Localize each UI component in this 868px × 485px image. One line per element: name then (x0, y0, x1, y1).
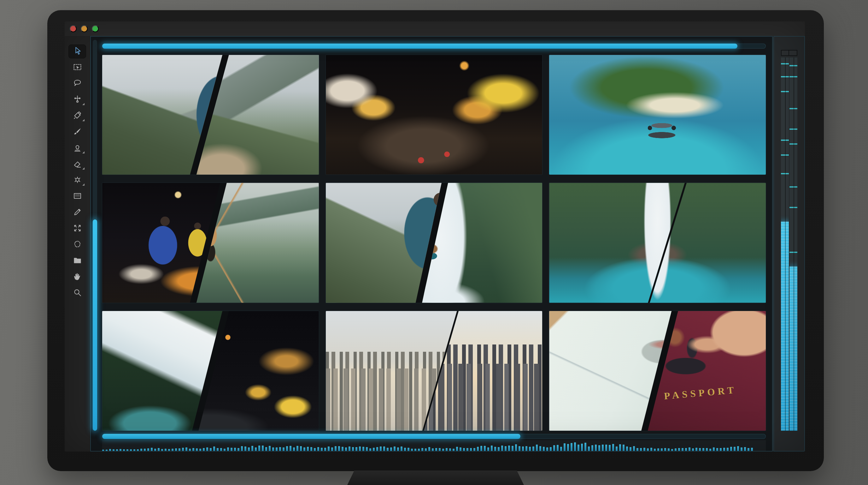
track-select-icon (72, 62, 82, 73)
waveform-bar (418, 449, 420, 451)
waveform-bar (369, 448, 371, 451)
tool-selection[interactable] (68, 45, 86, 58)
bottom-progress-fill (102, 434, 520, 439)
waveform-bar (699, 448, 701, 451)
tool-folder[interactable] (68, 254, 86, 268)
waveform-bar (723, 448, 725, 451)
meter-channel-2 (789, 57, 797, 431)
waveform-bar (126, 449, 128, 451)
brush-icon (72, 126, 82, 137)
tool-hand[interactable] (68, 270, 86, 284)
waveform-bar (480, 446, 482, 451)
waveform-bar (605, 445, 607, 451)
tool-free-transform[interactable] (68, 222, 86, 235)
waveform-bar (477, 447, 479, 451)
waveform-bar (355, 447, 358, 451)
waveform-bar (251, 446, 253, 451)
zoom-icon (72, 288, 82, 298)
waveform-bar (487, 448, 489, 451)
meter-tick (781, 76, 789, 77)
tool-roto-brush[interactable] (68, 173, 86, 187)
waveform-bar (650, 448, 652, 451)
clip-cell-r1c3[interactable] (549, 55, 766, 175)
waveform-bar (217, 448, 219, 451)
tool-pencil[interactable] (68, 205, 86, 220)
monitor-stand (347, 470, 524, 485)
waveform-bar (230, 448, 232, 451)
waveform-bar (602, 445, 604, 451)
waveform-bar (564, 443, 565, 451)
waveform-bar (595, 445, 597, 451)
monitor: PASSPORT (47, 10, 824, 471)
canvas-scrollbar[interactable] (93, 40, 97, 431)
waveform-bar (557, 445, 559, 451)
waveform-bar (407, 448, 409, 451)
clip-cell-r2c1[interactable] (102, 183, 319, 303)
waveform-bar (203, 448, 205, 451)
meter-tick (781, 63, 789, 64)
clip-cell-r1c1[interactable] (102, 55, 319, 175)
meter-tick (789, 108, 797, 109)
tool-clone-stamp[interactable] (68, 141, 86, 155)
waveform-bar (716, 448, 718, 451)
waveform-bar (297, 446, 299, 451)
waveform-bar (179, 448, 180, 451)
waveform-bar (387, 448, 389, 451)
waveform-bar (199, 449, 201, 451)
waveform-bar (397, 448, 399, 451)
waveform-bar (328, 447, 330, 451)
tool-warp[interactable] (68, 238, 86, 252)
tool-brush[interactable] (68, 125, 86, 139)
waveform-bar (175, 448, 177, 451)
waveform-bar (185, 448, 187, 451)
waveform-bar (616, 447, 618, 451)
free-transform-icon (72, 223, 82, 234)
waveform-bar (168, 449, 170, 451)
clip-cell-r3c1[interactable] (102, 311, 319, 431)
clip-cell-r3c3[interactable]: PASSPORT (549, 311, 766, 431)
clip-cell-r2c3[interactable] (549, 183, 766, 303)
tool-pen[interactable] (68, 109, 86, 123)
audio-waveform-strip[interactable] (102, 440, 766, 451)
waveform-bar (359, 447, 361, 451)
waveform-bar (532, 447, 534, 451)
hand-icon (72, 272, 82, 282)
app-window: PASSPORT (65, 22, 805, 452)
waveform-bar (335, 446, 337, 451)
tool-eraser[interactable] (68, 157, 86, 171)
eraser-icon (72, 159, 82, 170)
bottom-progress-bar[interactable] (102, 434, 766, 439)
waveform-bar (390, 448, 392, 451)
close-button[interactable] (70, 25, 76, 32)
tool-zoom[interactable] (68, 286, 86, 300)
waveform-bar (720, 448, 722, 451)
clip-cell-r1c2[interactable] (326, 55, 542, 175)
waveform-bar (269, 446, 271, 451)
waveform-bar (567, 444, 569, 451)
warp-icon (72, 239, 82, 250)
tool-track-select[interactable] (68, 61, 86, 75)
zoom-window-button[interactable] (92, 25, 99, 32)
waveform-bar (286, 446, 288, 451)
tool-puppet[interactable] (68, 93, 86, 107)
waveform-bar (536, 445, 538, 451)
waveform-bar (668, 448, 670, 451)
pen-icon (72, 111, 82, 121)
top-progress-bar[interactable] (102, 44, 766, 49)
waveform-bar (425, 448, 427, 451)
waveform-bar (113, 449, 115, 451)
waveform-bar (196, 448, 198, 451)
tool-comment[interactable] (68, 77, 86, 91)
waveform-bar (224, 449, 225, 451)
clip-cell-r2c2[interactable] (326, 183, 542, 303)
meter-headers (781, 50, 797, 56)
waveform-bar (241, 446, 243, 451)
waveform-bar (432, 448, 434, 451)
minimize-button[interactable] (81, 25, 88, 32)
waveform-bar (703, 448, 704, 451)
tool-rectangle[interactable] (68, 190, 86, 203)
clip-cell-r3c2[interactable] (326, 311, 542, 431)
waveform-bar (525, 446, 527, 451)
waveform-bar (553, 445, 555, 451)
waveform-bar (463, 448, 465, 451)
